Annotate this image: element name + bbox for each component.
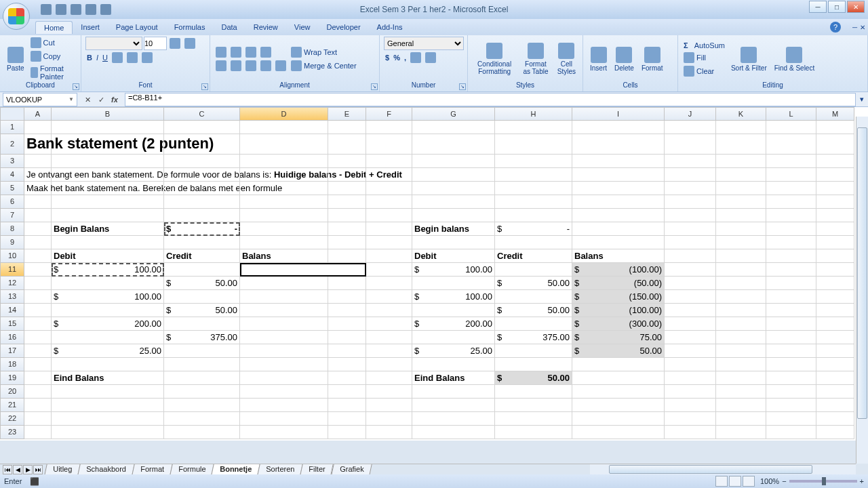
fill-color-icon[interactable] [125, 52, 139, 64]
cell[interactable] [328, 195, 366, 209]
cell[interactable] [572, 358, 665, 371]
row-header[interactable]: 1 [0, 121, 24, 134]
cell[interactable] [52, 182, 164, 195]
cell[interactable]: $50.00 [572, 344, 665, 358]
cell[interactable] [665, 134, 716, 155]
cell[interactable] [52, 426, 164, 439]
macro-record-icon[interactable]: ⬛ [30, 477, 39, 486]
cell[interactable] [164, 182, 240, 195]
font-color-icon[interactable] [140, 52, 154, 64]
cell[interactable] [665, 304, 716, 317]
cell[interactable] [495, 358, 572, 371]
sheet-nav-last-icon[interactable]: ⏭ [33, 465, 43, 474]
row-header[interactable]: 2 [0, 134, 24, 155]
cell[interactable] [495, 317, 572, 331]
cell[interactable] [164, 290, 240, 304]
merge-center-button[interactable]: Merge & Center [290, 60, 358, 72]
cell[interactable] [665, 277, 716, 290]
cell[interactable]: $50.00 [495, 371, 572, 385]
cell[interactable] [716, 236, 766, 249]
cell[interactable] [52, 209, 164, 222]
cell[interactable] [24, 399, 52, 412]
tab-insert[interactable]: Insert [73, 21, 108, 33]
cell[interactable]: $- [164, 222, 240, 236]
cell[interactable] [816, 344, 854, 358]
cell[interactable] [572, 195, 665, 209]
format-as-table-button[interactable]: Format as Table [519, 41, 552, 77]
cell[interactable] [328, 209, 366, 222]
increase-decimal-icon[interactable] [409, 52, 422, 64]
format-cells-button[interactable]: Format [639, 45, 666, 73]
cell[interactable]: $375.00 [495, 331, 572, 344]
row-header[interactable]: 13 [0, 290, 24, 304]
row-header[interactable]: 11 [0, 263, 24, 277]
cell[interactable]: Debit [412, 249, 495, 263]
qat-icon[interactable] [100, 4, 111, 15]
cell[interactable] [816, 412, 854, 426]
sheet-nav-prev-icon[interactable]: ◀ [13, 465, 22, 474]
shrink-font-icon[interactable] [183, 37, 197, 50]
column-header[interactable]: M [816, 107, 854, 121]
cell[interactable]: $100.00 [412, 290, 495, 304]
cell[interactable] [52, 134, 164, 155]
cell[interactable] [240, 236, 328, 249]
cell[interactable] [24, 209, 52, 222]
cell[interactable]: $375.00 [164, 331, 240, 344]
cell[interactable] [366, 249, 412, 263]
cell[interactable] [52, 385, 164, 399]
decrease-indent-icon[interactable] [259, 60, 273, 72]
cell[interactable] [716, 399, 766, 412]
row-header[interactable]: 12 [0, 277, 24, 290]
cell[interactable] [716, 426, 766, 439]
cell[interactable]: $100.00 [52, 290, 164, 304]
row-header[interactable]: 18 [0, 358, 24, 371]
cell[interactable] [366, 182, 412, 195]
cell[interactable] [816, 358, 854, 371]
cell[interactable] [164, 399, 240, 412]
row-header[interactable]: 9 [0, 236, 24, 249]
cell[interactable] [328, 358, 366, 371]
cell[interactable] [240, 426, 328, 439]
cell[interactable]: $25.00 [412, 344, 495, 358]
sheet-tab[interactable]: Grafiek [331, 464, 372, 475]
cell[interactable]: $(150.00) [572, 290, 665, 304]
cell[interactable] [328, 222, 366, 236]
cell[interactable] [52, 412, 164, 426]
row-header[interactable]: 7 [0, 209, 24, 222]
cell[interactable] [164, 426, 240, 439]
cell[interactable] [366, 344, 412, 358]
column-header[interactable]: B [52, 107, 164, 121]
cell[interactable] [766, 277, 816, 290]
formula-input[interactable]: =C8-B11+ [125, 93, 856, 106]
cell[interactable] [164, 195, 240, 209]
column-header[interactable]: D [240, 107, 328, 121]
cell[interactable] [572, 426, 665, 439]
cell[interactable] [816, 121, 854, 134]
cell[interactable] [412, 412, 495, 426]
cell[interactable] [164, 344, 240, 358]
ribbon-minimize-icon[interactable]: ─ [852, 24, 857, 31]
cell[interactable] [716, 155, 766, 168]
cell[interactable] [366, 304, 412, 317]
column-header[interactable]: K [716, 107, 766, 121]
increase-indent-icon[interactable] [274, 60, 288, 72]
cell[interactable] [572, 209, 665, 222]
cell[interactable] [766, 317, 816, 331]
currency-icon[interactable]: $ [384, 52, 391, 64]
cell[interactable] [328, 155, 366, 168]
cell[interactable] [665, 331, 716, 344]
copy-button[interactable]: Copy [29, 50, 77, 62]
find-select-button[interactable]: Find & Select [772, 45, 817, 73]
cell[interactable] [240, 277, 328, 290]
cell[interactable] [412, 399, 495, 412]
cell[interactable] [328, 168, 366, 182]
cell[interactable] [766, 331, 816, 344]
cell[interactable] [328, 371, 366, 385]
align-middle-icon[interactable] [229, 46, 243, 58]
cell[interactable] [24, 358, 52, 371]
cell[interactable] [366, 426, 412, 439]
cell[interactable] [572, 371, 665, 385]
cell[interactable] [412, 304, 495, 317]
cell[interactable] [716, 263, 766, 277]
cell[interactable] [572, 155, 665, 168]
